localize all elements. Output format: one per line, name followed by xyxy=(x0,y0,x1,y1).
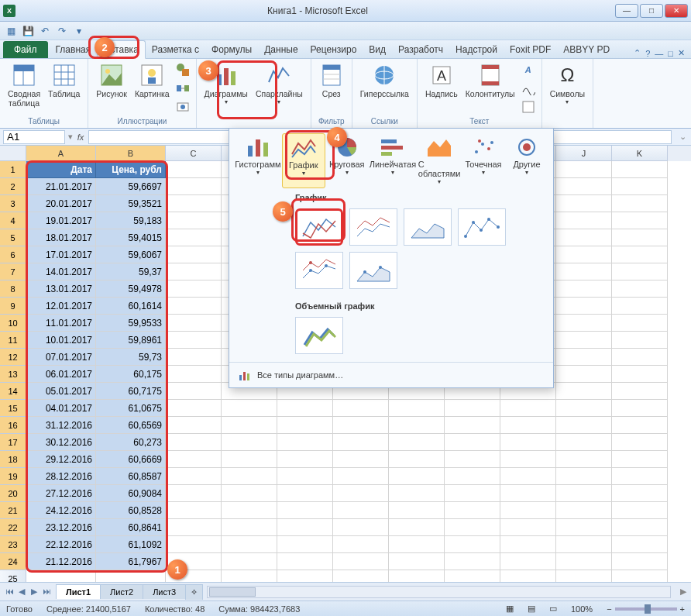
cell-empty[interactable] xyxy=(333,434,389,451)
cell-empty[interactable] xyxy=(556,280,612,298)
pivot-table-button[interactable]: Сводная таблица xyxy=(5,61,43,109)
qat-more-icon[interactable]: ▾ xyxy=(73,25,85,37)
cell-empty[interactable] xyxy=(222,485,277,502)
cell-price[interactable]: 59,9533 xyxy=(96,315,166,332)
tab-review[interactable]: Рецензиро xyxy=(304,41,363,58)
cell-empty[interactable] xyxy=(500,400,556,417)
col-header-J[interactable]: J xyxy=(556,146,612,161)
cell-empty[interactable] xyxy=(612,451,668,468)
cell-empty[interactable] xyxy=(612,229,668,246)
cell-empty[interactable] xyxy=(166,229,222,246)
row-header[interactable]: 8 xyxy=(0,280,26,298)
picture-button[interactable]: Рисунок xyxy=(93,61,130,100)
chart-type-bar[interactable]: Линейчатая▾ xyxy=(369,133,417,188)
cell-date[interactable]: 06.01.2017 xyxy=(26,366,96,383)
cell-empty[interactable] xyxy=(500,536,556,553)
cell-empty[interactable] xyxy=(166,434,222,451)
cell-empty[interactable] xyxy=(612,263,668,280)
chart-type-histogram[interactable]: Гистограмм▾ xyxy=(234,133,282,188)
cell-empty[interactable] xyxy=(277,400,333,417)
cell-empty[interactable] xyxy=(612,468,668,485)
cell-empty[interactable] xyxy=(445,536,500,553)
tab-file[interactable]: Файл xyxy=(3,41,48,58)
cell-empty[interactable] xyxy=(166,332,222,349)
cell-price[interactable]: 60,6669 xyxy=(96,451,166,468)
cell-empty[interactable] xyxy=(556,553,612,570)
cell-empty[interactable] xyxy=(612,366,668,383)
cell-empty[interactable] xyxy=(166,212,222,229)
line-subtype-4[interactable] xyxy=(458,208,506,246)
col-header-K[interactable]: K xyxy=(612,146,668,161)
cell-empty[interactable] xyxy=(556,485,612,502)
cell-empty[interactable] xyxy=(445,417,500,434)
cell-date[interactable]: 14.01.2017 xyxy=(26,263,96,280)
cell-empty[interactable] xyxy=(556,195,612,212)
cell-empty[interactable] xyxy=(166,502,222,519)
header-footer-button[interactable]: Колонтитулы xyxy=(462,61,518,100)
cell-empty[interactable] xyxy=(445,570,500,582)
cell-empty[interactable] xyxy=(166,536,222,553)
cell-empty[interactable] xyxy=(612,553,668,570)
cell-empty[interactable] xyxy=(445,553,500,570)
tab-addins[interactable]: Надстрой xyxy=(449,41,504,58)
cell-empty[interactable] xyxy=(166,161,222,178)
help-icon[interactable]: ? xyxy=(645,49,650,58)
cell-empty[interactable] xyxy=(556,434,612,451)
cell-empty[interactable] xyxy=(500,417,556,434)
cell-empty[interactable] xyxy=(612,502,668,519)
cell-empty[interactable] xyxy=(556,383,612,400)
tab-layout[interactable]: Разметка с xyxy=(146,41,205,58)
cell-empty[interactable] xyxy=(612,536,668,553)
ribbon-minimize-icon[interactable]: ⌃ xyxy=(634,48,641,58)
cell-empty[interactable] xyxy=(500,570,556,582)
cell-empty[interactable] xyxy=(445,485,500,502)
cell-price[interactable]: 60,6569 xyxy=(96,417,166,434)
cell-empty[interactable] xyxy=(389,468,445,485)
cell-empty[interactable] xyxy=(333,485,389,502)
cell-empty[interactable] xyxy=(556,315,612,332)
tab-developer[interactable]: Разработч xyxy=(392,41,449,58)
chart-type-scatter[interactable]: Точечная▾ xyxy=(462,133,505,188)
slicer-button[interactable]: Срез xyxy=(316,61,347,100)
cell-empty[interactable] xyxy=(556,570,612,582)
cell-empty[interactable] xyxy=(277,468,333,485)
row-header[interactable]: 15 xyxy=(0,400,26,417)
cell-empty[interactable] xyxy=(612,315,668,332)
tab-view[interactable]: Вид xyxy=(363,41,392,58)
cell-empty[interactable] xyxy=(612,417,668,434)
horizontal-scrollbar[interactable] xyxy=(207,586,671,598)
cell-empty[interactable] xyxy=(333,502,389,519)
cell-empty[interactable] xyxy=(222,468,277,485)
cell-empty[interactable] xyxy=(389,485,445,502)
cell-empty[interactable] xyxy=(277,451,333,468)
cell-price[interactable]: 60,8641 xyxy=(96,519,166,536)
line-subtype-2[interactable] xyxy=(349,208,397,246)
close-button[interactable]: ✕ xyxy=(665,4,688,18)
cell-empty[interactable] xyxy=(26,570,96,582)
cell-empty[interactable] xyxy=(166,468,222,485)
cell-empty[interactable] xyxy=(166,195,222,212)
tab-data[interactable]: Данные xyxy=(258,41,304,58)
cell-date[interactable]: 11.01.2017 xyxy=(26,315,96,332)
cell-empty[interactable] xyxy=(166,485,222,502)
row-header[interactable]: 1 xyxy=(0,161,26,178)
cell-header-price[interactable]: Цена, рубл xyxy=(96,161,166,178)
tab-abbyy[interactable]: ABBYY PD xyxy=(557,41,616,58)
cell-price[interactable]: 60,273 xyxy=(96,434,166,451)
cell-empty[interactable] xyxy=(612,332,668,349)
fx-icon[interactable]: fx xyxy=(73,132,88,142)
row-header[interactable]: 16 xyxy=(0,417,26,434)
cell-empty[interactable] xyxy=(389,536,445,553)
cell-header-date[interactable]: Дата xyxy=(26,161,96,178)
cell-empty[interactable] xyxy=(556,417,612,434)
cell-date[interactable]: 10.01.2017 xyxy=(26,332,96,349)
save-icon[interactable]: 💾 xyxy=(22,25,34,37)
tab-formulas[interactable]: Формулы xyxy=(205,41,258,58)
cell-price[interactable]: 60,8528 xyxy=(96,502,166,519)
all-chart-types-link[interactable]: Все типы диаграмм… xyxy=(229,362,553,387)
cell-empty[interactable] xyxy=(222,553,277,570)
cell-price[interactable]: 59,183 xyxy=(96,212,166,229)
cell-empty[interactable] xyxy=(389,519,445,536)
cell-empty[interactable] xyxy=(556,502,612,519)
chart-type-line[interactable]: График▾ xyxy=(282,133,325,188)
